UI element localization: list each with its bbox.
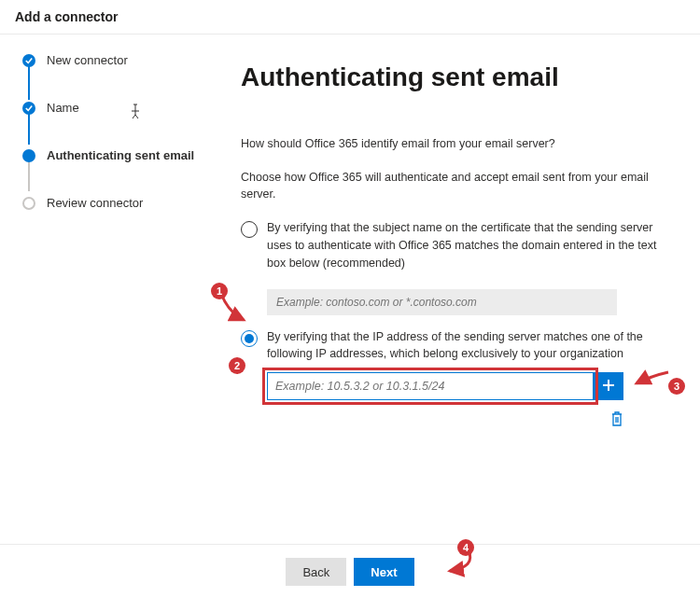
annotation-arrow-icon: [633, 368, 670, 394]
option-label: By verifying that the subject name on th…: [267, 219, 665, 271]
step-name[interactable]: Name: [22, 101, 205, 115]
annotation-arrow-icon: [467, 549, 504, 579]
step-label: New connector: [47, 53, 128, 67]
check-icon: [22, 102, 35, 115]
annotation-badge-4: 4: [457, 539, 474, 556]
annotation-badge-2: 2: [229, 357, 245, 374]
instruction-text: Choose how Office 365 will authenticate …: [241, 169, 665, 202]
step-connector-line: [28, 111, 30, 145]
ip-address-input[interactable]: [267, 372, 594, 400]
step-connector-line: [28, 66, 30, 100]
option-ip[interactable]: By verifying that the IP address of the …: [241, 328, 665, 364]
cursor-icon: [131, 104, 144, 120]
delete-ip-button[interactable]: [267, 411, 623, 429]
step-authenticating[interactable]: Authenticating sent email: [22, 148, 205, 162]
wizard-steps-sidebar: New connector Name Authenticating sent e…: [0, 35, 215, 544]
next-button[interactable]: Next: [354, 558, 413, 586]
option-certificate[interactable]: By verifying that the subject name on th…: [241, 219, 665, 271]
step-label: Name: [47, 101, 79, 115]
back-button[interactable]: Back: [286, 558, 346, 586]
radio-selected-icon[interactable]: [241, 330, 258, 347]
current-step-icon: [22, 149, 35, 162]
step-label: Authenticating sent email: [47, 148, 194, 162]
domain-input[interactable]: [267, 289, 617, 315]
trash-icon: [610, 415, 623, 429]
annotation-badge-3: 3: [668, 378, 685, 395]
step-new-connector[interactable]: New connector: [22, 53, 205, 67]
page-title: Authenticating sent email: [241, 62, 665, 92]
plus-icon: [602, 379, 615, 395]
dialog-title: Add a connector: [0, 0, 700, 35]
check-icon: [22, 54, 35, 67]
radio-icon[interactable]: [241, 221, 258, 238]
main-content: Authenticating sent email How should Off…: [215, 35, 700, 544]
dialog-footer: Back Next 4: [0, 544, 700, 599]
option-label: By verifying that the IP address of the …: [267, 328, 665, 364]
step-connector-line: [28, 158, 30, 191]
question-text: How should Office 365 identify email fro…: [241, 135, 665, 152]
step-review[interactable]: Review connector: [22, 196, 205, 210]
step-label: Review connector: [47, 196, 143, 210]
future-step-icon: [22, 197, 35, 210]
add-ip-button[interactable]: [594, 372, 623, 400]
